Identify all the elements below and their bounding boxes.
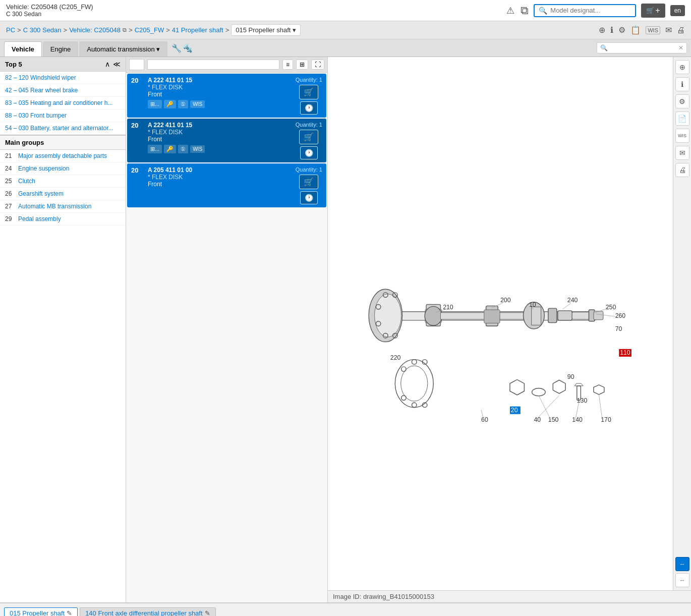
part-cart-3[interactable]: 🛒 <box>299 175 318 189</box>
breadcrumb-fw[interactable]: C205_FW <box>135 26 164 34</box>
group-item-21[interactable]: 21 Major assembly detachable parts <box>0 150 126 162</box>
sidebar-item-brake[interactable]: 42 – 045 Rear wheel brake <box>0 84 126 97</box>
part-key-btn-1[interactable]: 🔑 <box>164 100 176 108</box>
part-wis-btn-2[interactable]: WIS <box>190 145 205 153</box>
wis-icon[interactable]: WIS <box>646 26 660 34</box>
group-item-24[interactable]: 24 Engine suspension <box>0 162 126 175</box>
breadcrumb-pc[interactable]: PC <box>6 26 15 34</box>
thumb-tab-140-label: 140 Front axle differential propeller sh… <box>85 609 202 616</box>
thumb-tab-015-label: 015 Propeller shaft <box>10 609 65 616</box>
tab-search-input[interactable] <box>608 44 678 51</box>
part-code-2: A 222 411 01 15 <box>148 122 292 129</box>
part-name-2: * FLEX DISK <box>148 129 292 136</box>
top-bar-right: ⚠ ⧉ 🔍 🛒 + en <box>506 4 685 18</box>
part-clock-2[interactable]: 🕐 <box>300 146 318 159</box>
vehicle-id: Vehicle: C205048 (C205_FW) <box>6 3 93 11</box>
part-clock-1[interactable]: 🕐 <box>300 101 318 115</box>
thumb-tab-015[interactable]: 015 Propeller shaft ✎ <box>4 607 78 616</box>
list-view-btn[interactable]: ≡ <box>282 60 293 70</box>
tab-engine[interactable]: Engine <box>43 41 78 57</box>
wrench-icon[interactable]: 🔧 <box>171 43 182 53</box>
info-btn[interactable]: ℹ <box>675 77 689 91</box>
propeller-shaft-dropdown[interactable]: 015 Propeller shaft ▾ <box>231 24 301 36</box>
search-icon: 🔍 <box>539 7 547 15</box>
sidebar-item-battery[interactable]: 54 – 030 Battery, starter and alternator… <box>0 122 126 135</box>
tab-vehicle[interactable]: Vehicle <box>4 41 42 57</box>
part-clock-3[interactable]: 🕐 <box>300 191 318 204</box>
part-location-2: Front <box>148 136 292 143</box>
group-label-25: Clutch <box>18 178 35 185</box>
group-label-24: Engine suspension <box>18 165 69 172</box>
side-blue-btn-1[interactable]: ↔ <box>675 557 689 571</box>
breadcrumb-model[interactable]: C 300 Sedan <box>23 26 62 34</box>
grid-view-btn[interactable]: ⊞ <box>296 60 308 70</box>
thumb-tab-140[interactable]: 140 Front axle differential propeller sh… <box>80 607 215 616</box>
part-info-2: A 222 411 01 15 * FLEX DISK Front ⊞... 🔑… <box>148 122 292 153</box>
alert-icon[interactable]: ⚠ <box>506 5 514 16</box>
topbar-icons: ⚠ ⧉ <box>506 4 529 17</box>
cart-button[interactable]: 🛒 + <box>641 4 665 18</box>
thumbnail-tabs: 015 Propeller shaft ✎ 140 Front axle dif… <box>4 607 687 616</box>
part-info-3: A 205 411 01 00 * FLEX DISK Front <box>148 166 292 188</box>
expand-btn[interactable]: ⛶ <box>311 60 324 70</box>
info-icon[interactable]: ℹ <box>610 25 613 35</box>
language-button[interactable]: en <box>670 5 685 16</box>
doc-btn[interactable]: 📄 <box>675 111 689 126</box>
image-id-bar: Image ID: drawing_B41015000153 <box>328 590 691 602</box>
side-btn-2[interactable]: ↔ <box>675 573 689 587</box>
group-item-29[interactable]: 29 Pedal assembly <box>0 213 126 226</box>
sidebar-item-windshield[interactable]: 82 – 120 Windshield wiper <box>0 72 126 84</box>
part-info-btn-2[interactable]: ① <box>178 145 188 153</box>
part-code-3: A 205 411 01 00 <box>148 166 292 174</box>
model-search-input[interactable] <box>550 7 631 14</box>
zoom-in-icon[interactable]: ⊕ <box>599 25 605 35</box>
svg-point-48 <box>532 388 546 396</box>
tab-auto-transmission[interactable]: Automatic transmission ▾ <box>79 41 167 57</box>
part-key-btn-2[interactable]: 🔑 <box>164 145 176 153</box>
svg-text:20: 20 <box>511 407 518 414</box>
sidebar-item-bumper[interactable]: 88 – 030 Front bumper <box>0 109 126 122</box>
part-actions-3: Quantity: 1 🛒 🕐 <box>296 166 322 204</box>
report-icon[interactable]: 📋 <box>630 25 641 35</box>
parts-search-input[interactable] <box>147 60 279 70</box>
copy-icon[interactable]: ⧉ <box>521 4 529 17</box>
group-item-27[interactable]: 27 Automatic MB transmission <box>0 200 126 213</box>
wis-btn[interactable]: WIS <box>675 129 689 143</box>
thumb-tab-015-edit-icon[interactable]: ✎ <box>67 609 72 616</box>
part-wis-btn-1[interactable]: WIS <box>190 100 205 108</box>
email-btn[interactable]: ✉ <box>675 146 689 160</box>
part-grid-btn-2[interactable]: ⊞... <box>148 145 162 153</box>
group-item-26[interactable]: 26 Gearshift system <box>0 188 126 200</box>
bottom-section: 015 Propeller shaft ✎ 140 Front axle dif… <box>0 602 691 616</box>
tab-search-icon: 🔍 <box>600 44 608 51</box>
tab-search-clear[interactable]: ✕ <box>678 44 683 51</box>
top5-collapse-btn[interactable]: ∧ <box>105 60 110 68</box>
svg-text:140: 140 <box>572 416 583 423</box>
filter-icon[interactable]: ⚙ <box>618 25 625 35</box>
sidebar-item-heating[interactable]: 83 – 035 Heating and air conditioner h..… <box>0 97 126 109</box>
print-icon[interactable]: 🖨 <box>677 26 685 35</box>
top5-hide-btn[interactable]: ≪ <box>113 60 121 68</box>
group-item-25[interactable]: 25 Clutch <box>0 175 126 188</box>
thumb-tab-140-edit-icon[interactable]: ✎ <box>205 609 210 616</box>
breadcrumb-vehicle[interactable]: Vehicle: C205048 <box>69 26 121 34</box>
parts-check-box[interactable] <box>129 59 144 70</box>
svg-rect-14 <box>484 310 500 323</box>
part-info-btn-1[interactable]: ① <box>178 100 188 108</box>
svg-rect-18 <box>558 311 572 320</box>
top5-header: Top 5 ∧ ≪ <box>0 57 126 72</box>
part-actions-1: Quantity: 1 🛒 🕐 <box>296 77 322 115</box>
filter-btn[interactable]: ⚙ <box>675 94 689 108</box>
svg-text:130: 130 <box>577 397 588 404</box>
tool-icon[interactable]: 🔩 <box>183 43 193 53</box>
part-cart-2[interactable]: 🛒 <box>299 130 318 144</box>
print-btn[interactable]: 🖨 <box>675 163 689 177</box>
part-grid-btn-1[interactable]: ⊞... <box>148 100 162 108</box>
breadcrumb-propeller[interactable]: 41 Propeller shaft <box>172 26 223 34</box>
zoom-in-btn[interactable]: ⊕ <box>675 60 689 74</box>
svg-text:90: 90 <box>567 373 574 380</box>
part-cart-1[interactable]: 🛒 <box>299 85 318 99</box>
email-icon[interactable]: ✉ <box>665 25 672 35</box>
drawing-toolbar-right: ⊕ ℹ ⚙ 📄 WIS ✉ 🖨 ↔ ↔ <box>673 57 691 590</box>
cart-icon: 🛒 <box>646 7 654 14</box>
